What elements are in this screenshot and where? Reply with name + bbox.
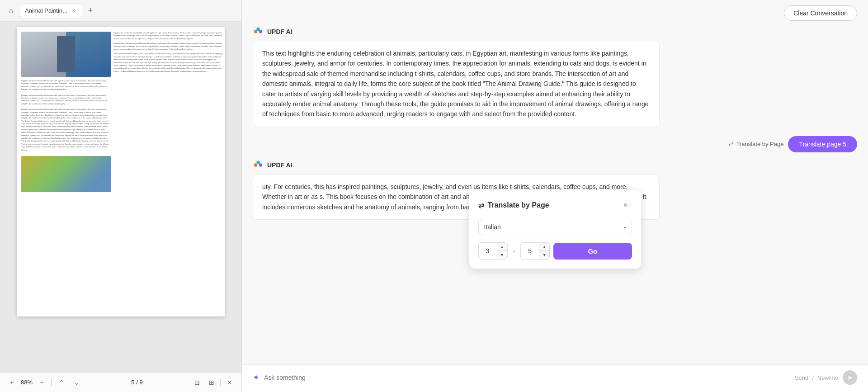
pdf-page: Egyptian art celebrates animals like cat… xyxy=(17,27,225,316)
translate-page-5-button[interactable]: Translate page 5 xyxy=(788,136,857,152)
pdf-page-content: Egyptian art celebrates animals like cat… xyxy=(17,27,225,316)
tab-close-button[interactable]: × xyxy=(70,7,77,14)
zoom-display: 88% xyxy=(21,379,33,386)
translate-by-page-label[interactable]: ⇄ Translate by Page xyxy=(728,141,783,147)
send-button[interactable]: ➤ xyxy=(843,370,857,385)
zoom-out-button[interactable]: − xyxy=(35,376,48,389)
svg-point-5 xyxy=(256,161,259,164)
from-page-group: ▲ ▼ xyxy=(478,242,508,260)
home-button[interactable]: ⌂ xyxy=(4,4,18,18)
nav-down-button[interactable]: ⌄ xyxy=(71,376,83,389)
ai-header-2: UPDF AI xyxy=(253,160,857,170)
modal-title-text: Translate by Page xyxy=(488,201,549,209)
svg-point-0 xyxy=(254,30,257,33)
svg-point-4 xyxy=(259,163,262,166)
modal-title: ⇄ Translate by Page xyxy=(478,201,549,210)
page-range-row: ▲ ▼ - ▲ ▼ Go xyxy=(478,242,632,260)
zoom-in-button[interactable]: + xyxy=(5,376,18,389)
newline-label: Newline xyxy=(817,374,838,381)
svg-point-2 xyxy=(256,28,259,31)
pdf-text-right-2: Egyptian art celebrates animals like cat… xyxy=(113,42,223,51)
nav-up-button[interactable]: ⌃ xyxy=(55,376,68,389)
zoom-level: 88% xyxy=(21,379,33,386)
pdf-viewer: Egyptian art celebrates animals like cat… xyxy=(0,22,241,372)
translate-icon: ⇄ xyxy=(728,141,733,147)
chat-input-area: ✦ Send / Newline ➤ xyxy=(242,364,868,392)
tab-title: Animal Paintin... xyxy=(25,7,67,14)
pdf-text-left-1: Egyptian art celebrates animals like cat… xyxy=(21,80,111,91)
pdf-text-left-3: Egyptian art celebrates animals like cat… xyxy=(21,108,111,151)
first-ai-message: UPDF AI This text highlights the endurin… xyxy=(253,26,857,127)
page-separator: - xyxy=(511,247,517,255)
translate-modal: ⇄ Translate by Page × Italian - ▲ ▼ - xyxy=(469,190,641,269)
translate-by-page-row: ⇄ Translate by Page Translate page 5 xyxy=(253,136,857,152)
add-tab-button[interactable]: + xyxy=(84,5,97,17)
language-dash: - xyxy=(623,223,626,231)
updf-ai-logo-2 xyxy=(253,160,264,170)
right-panel: Clear Conversation UPDF AI This text hig… xyxy=(242,0,868,392)
modal-language-row: Italian - xyxy=(478,219,632,235)
right-header: Clear Conversation xyxy=(242,0,868,26)
fit-page-button[interactable]: ⊞ xyxy=(205,376,218,389)
to-page-input[interactable] xyxy=(521,244,539,258)
chat-input[interactable] xyxy=(264,374,790,381)
left-panel: ⌂ Animal Paintin... × + Egyptian art cel… xyxy=(0,0,242,392)
updf-logo-svg-2 xyxy=(253,160,263,170)
person-image xyxy=(57,36,75,72)
toolbar-divider-2: | xyxy=(220,378,222,387)
updf-ai-logo-1 xyxy=(253,26,264,37)
chat-input-actions: Send / Newline xyxy=(795,374,838,381)
action-divider-1: / xyxy=(812,374,814,381)
modal-translate-icon: ⇄ xyxy=(478,201,484,210)
svg-point-1 xyxy=(259,30,262,33)
go-button[interactable]: Go xyxy=(553,243,632,260)
toolbar-divider-1: | xyxy=(51,378,52,387)
pdf-text-right-3: This combination is the subject of this … xyxy=(113,52,223,73)
to-page-up-button[interactable]: ▲ xyxy=(539,243,549,251)
page-display: 5 / 9 xyxy=(131,379,142,386)
pdf-toolbar: + 88% − | ⌃ ⌄ 5 / 9 ⊡ ⊞ | × xyxy=(0,372,241,392)
first-message-text: This text highlights the enduring celebr… xyxy=(262,50,648,118)
first-message-bubble: This text highlights the enduring celebr… xyxy=(253,41,660,127)
home-icon: ⌂ xyxy=(9,7,13,15)
tab-bar: ⌂ Animal Paintin... × + xyxy=(0,0,241,22)
pdf-toolbar-right: ⊡ ⊞ | × xyxy=(191,376,236,389)
send-arrow-icon: ➤ xyxy=(847,374,853,381)
fit-width-button[interactable]: ⊡ xyxy=(191,376,203,389)
from-page-down-button[interactable]: ▼ xyxy=(497,251,507,259)
from-page-input[interactable] xyxy=(479,244,497,258)
pdf-text-right-1: Egyptian art celebrates animals like cat… xyxy=(113,32,223,40)
language-selector[interactable]: Italian - xyxy=(478,219,632,235)
pdf-col-left: Egyptian art celebrates animals like cat… xyxy=(21,32,111,312)
to-page-group: ▲ ▼ xyxy=(520,242,550,260)
svg-point-3 xyxy=(254,163,257,166)
ai-name-1: UPDF AI xyxy=(267,28,292,35)
send-label: Send xyxy=(795,374,808,381)
pdf-top-image xyxy=(21,32,111,77)
sparkle-icon: ✦ xyxy=(253,373,259,383)
language-value: Italian xyxy=(484,223,501,231)
ai-header-1: UPDF AI xyxy=(253,26,857,37)
to-page-down-button[interactable]: ▼ xyxy=(539,251,549,259)
pdf-bottom-image xyxy=(21,156,111,192)
modal-close-button[interactable]: × xyxy=(619,199,632,212)
ai-name-2: UPDF AI xyxy=(267,161,292,169)
modal-header: ⇄ Translate by Page × xyxy=(478,199,632,212)
tab-item[interactable]: Animal Paintin... × xyxy=(20,4,82,18)
pdf-text-left-2: Egyptian art celebrates animals like cat… xyxy=(21,94,111,106)
from-page-spinners: ▲ ▼ xyxy=(497,243,507,259)
to-page-spinners: ▲ ▼ xyxy=(539,243,549,259)
toolbar-close-button[interactable]: × xyxy=(223,376,236,389)
from-page-up-button[interactable]: ▲ xyxy=(497,243,507,251)
clear-conversation-button[interactable]: Clear Conversation xyxy=(784,5,857,21)
updf-logo-svg-1 xyxy=(253,27,263,37)
pdf-col-right: Egyptian art celebrates animals like cat… xyxy=(113,32,223,312)
pdf-toolbar-left: + 88% − | ⌃ ⌄ xyxy=(5,376,83,389)
translate-by-page-text: Translate by Page xyxy=(736,141,783,147)
